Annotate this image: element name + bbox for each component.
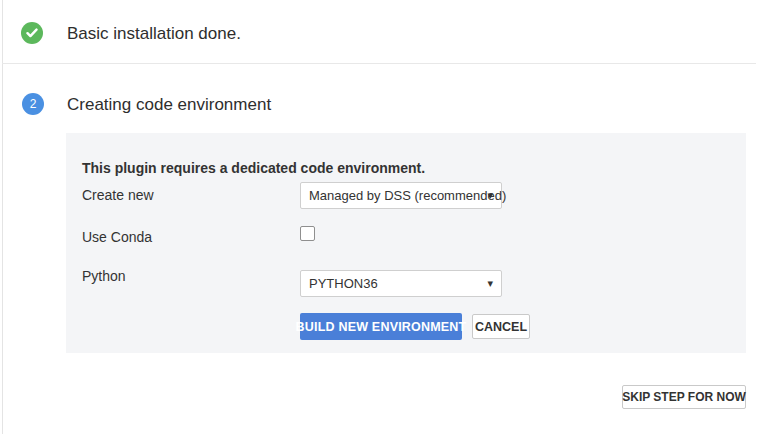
cancel-button[interactable]: CANCEL — [472, 314, 530, 339]
code-env-panel: This plugin requires a dedicated code en… — [66, 133, 746, 353]
build-new-environment-button[interactable]: BUILD NEW ENVIRONMENT — [300, 313, 462, 340]
python-value: PYTHON36 — [301, 276, 378, 291]
use-conda-label: Use Conda — [82, 229, 152, 245]
create-new-value: Managed by DSS (recommended) — [301, 188, 506, 203]
chevron-down-icon: ▾ — [487, 190, 493, 201]
skip-step-button[interactable]: SKIP STEP FOR NOW — [622, 385, 746, 409]
use-conda-checkbox[interactable] — [300, 226, 315, 241]
plugin-install-wizard: Basic installation done. 2 Creating code… — [0, 0, 768, 434]
step-done-icon — [21, 22, 43, 44]
check-icon — [26, 28, 38, 38]
container-left-border — [2, 0, 3, 434]
step2-number-badge: 2 — [22, 93, 44, 115]
step2-title: Creating code environment — [67, 94, 271, 116]
panel-intro-text: This plugin requires a dedicated code en… — [82, 160, 425, 176]
create-new-select[interactable]: Managed by DSS (recommended) ▾ — [300, 182, 502, 209]
chevron-down-icon: ▾ — [487, 278, 493, 289]
create-new-label: Create new — [82, 187, 154, 203]
python-label: Python — [82, 268, 126, 284]
step-divider — [2, 63, 756, 64]
step1-title: Basic installation done. — [67, 23, 241, 45]
python-select[interactable]: PYTHON36 ▾ — [300, 270, 502, 297]
